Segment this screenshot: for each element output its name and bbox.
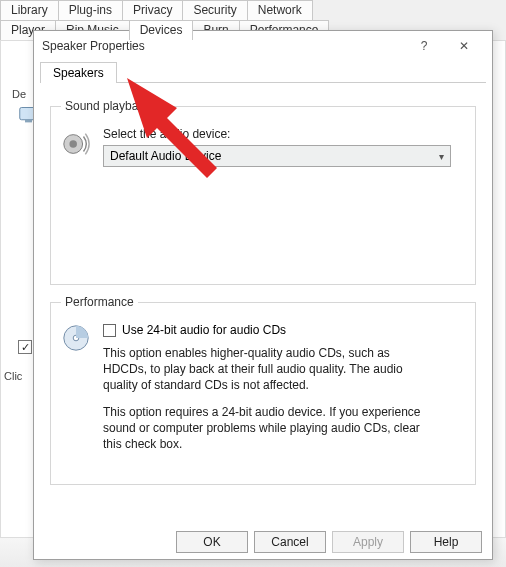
dialog-button-row: OK Cancel Apply Help — [176, 531, 482, 553]
audio-device-combobox[interactable]: Default Audio Device ▾ — [103, 145, 451, 167]
audio-device-value: Default Audio Device — [110, 149, 221, 163]
apply-button: Apply — [332, 531, 404, 553]
titlebar: Speaker Properties ? ✕ — [34, 31, 492, 61]
sound-playback-legend: Sound playback — [61, 99, 154, 113]
sound-playback-group: Sound playback Select the audio device: … — [50, 99, 476, 285]
bg-tab-devices[interactable]: Devices — [129, 20, 194, 40]
audio-device-label: Select the audio device: — [103, 127, 451, 141]
speaker-icon — [61, 129, 91, 159]
bg-tab-network[interactable]: Network — [247, 0, 313, 20]
bg-checkbox[interactable]: ✓ — [18, 340, 32, 354]
check-icon: ✓ — [21, 342, 30, 353]
dialog-tabs: Speakers — [34, 61, 492, 82]
dialog-tab-content: Sound playback Select the audio device: … — [40, 82, 486, 522]
performance-legend: Performance — [61, 295, 138, 309]
use-24bit-label: Use 24-bit audio for audio CDs — [122, 323, 286, 337]
help-button[interactable]: ? — [404, 32, 444, 60]
cancel-button[interactable]: Cancel — [254, 531, 326, 553]
performance-desc-1: This option enables higher-quality audio… — [103, 345, 433, 394]
bg-tab-plugins[interactable]: Plug-ins — [58, 0, 123, 20]
help-button-bottom[interactable]: Help — [410, 531, 482, 553]
bg-truncated-label-de: De — [12, 88, 26, 100]
close-icon: ✕ — [459, 39, 469, 53]
performance-desc-2: This option requires a 24-bit audio devi… — [103, 404, 433, 453]
tab-speakers[interactable]: Speakers — [40, 62, 117, 83]
help-icon: ? — [421, 39, 428, 53]
chevron-down-icon: ▾ — [439, 151, 444, 162]
bg-tab-library[interactable]: Library — [0, 0, 59, 20]
use-24bit-checkbox[interactable] — [103, 324, 116, 337]
svg-rect-1 — [25, 120, 32, 123]
close-button[interactable]: ✕ — [444, 32, 484, 60]
bg-tab-privacy[interactable]: Privacy — [122, 0, 183, 20]
dialog-title: Speaker Properties — [42, 39, 404, 53]
bg-truncated-label-click: Clic — [4, 370, 22, 382]
speaker-properties-dialog: Speaker Properties ? ✕ Speakers Sound pl… — [33, 30, 493, 560]
bg-checkbox-row: ✓ — [18, 340, 32, 354]
svg-point-4 — [69, 140, 77, 148]
ok-button[interactable]: OK — [176, 531, 248, 553]
performance-group: Performance Use 24-bit audio for audio C… — [50, 295, 476, 485]
bg-tab-security[interactable]: Security — [182, 0, 247, 20]
cd-icon — [61, 323, 91, 353]
